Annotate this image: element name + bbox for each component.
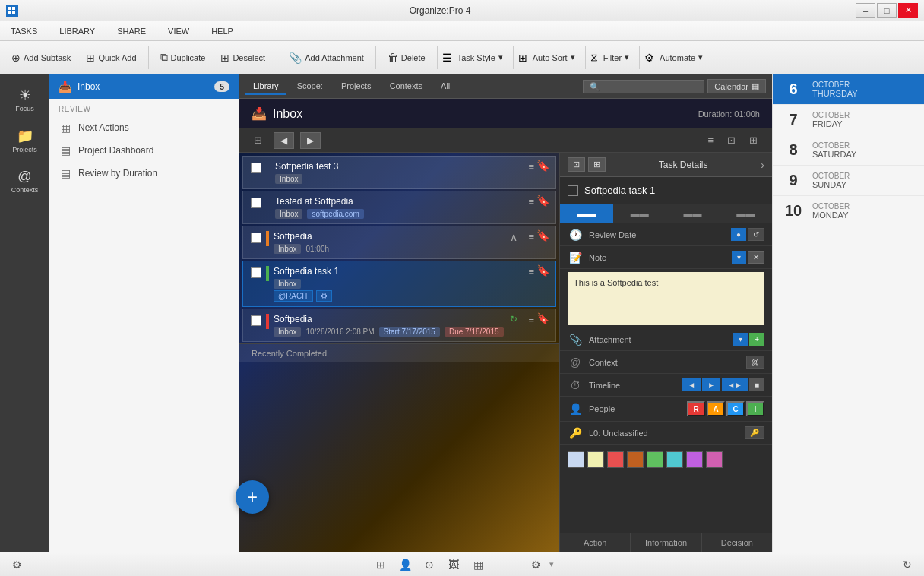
task-item[interactable]: Softpedia Inbox 01:00h 🔖 ≡ ∧ <box>242 226 556 259</box>
note-area[interactable]: This is a Softpedia test <box>568 272 764 325</box>
sidebar-next-actions[interactable]: ▦ Next Actions <box>49 116 239 139</box>
detail-next-button[interactable]: › <box>761 159 764 171</box>
task-checkbox[interactable] <box>251 315 261 326</box>
deselect-button[interactable]: ⊞ Deselect <box>214 45 272 71</box>
sidebar-left-projects[interactable]: 📁 Projects <box>0 122 49 160</box>
fab-add-button[interactable]: + <box>236 480 269 514</box>
settings-button[interactable]: ⚙ <box>6 555 27 574</box>
bookmark-icon[interactable]: 🔖 <box>536 160 549 172</box>
detail-tab-decision[interactable]: Decision <box>702 533 772 552</box>
view-button-4[interactable]: 🖼 <box>443 555 464 574</box>
detail-view-button[interactable]: ⊡ <box>722 131 741 149</box>
calendar-day-6[interactable]: 6 OCTOBER THURSDAY <box>773 74 924 105</box>
calendar-day-7[interactable]: 7 OCTOBER FRIDAY <box>773 105 924 135</box>
calendar-button[interactable]: Calendar ▦ <box>707 79 766 93</box>
task-checkbox[interactable] <box>251 198 261 208</box>
sidebar-review-by-duration[interactable]: ▤ Review by Duration <box>49 162 239 185</box>
review-date-set-btn[interactable]: ● <box>731 228 746 241</box>
tab-library[interactable]: Library <box>245 78 286 95</box>
color-swatch-pink[interactable] <box>706 451 723 468</box>
task-style-button[interactable]: Task Style ▾ <box>452 45 508 71</box>
view-button-1[interactable]: ⊞ <box>370 555 391 574</box>
view-button-3[interactable]: ⊙ <box>419 555 440 574</box>
view-button-5[interactable]: ▦ <box>467 555 489 574</box>
tab-scope[interactable]: Scope: <box>290 78 331 95</box>
sidebar-left-contexts[interactable]: @ Contexts <box>0 163 49 200</box>
menu-tasks[interactable]: TASKS <box>0 21 49 40</box>
task-checkbox[interactable] <box>251 163 261 173</box>
calendar-day-10[interactable]: 10 OCTOBER MONDAY <box>773 196 924 226</box>
settings-dropdown[interactable]: ▾ <box>549 559 554 569</box>
automate-dropdown[interactable]: ⚙ Automate ▾ <box>644 45 708 71</box>
settings2-button[interactable]: ⚙ <box>525 555 546 574</box>
prev-button[interactable]: ◀ <box>274 132 294 149</box>
task-menu-icon[interactable]: ≡ <box>528 314 534 325</box>
list-view-button[interactable]: ≡ <box>702 131 719 149</box>
task-menu-icon[interactable]: ≡ <box>528 266 534 277</box>
menu-share[interactable]: SHARE <box>106 21 157 40</box>
raci-a-btn[interactable]: A <box>707 401 725 416</box>
duplicate-button[interactable]: ⧉ Duplicate <box>153 45 213 71</box>
maximize-button[interactable]: □ <box>877 3 897 18</box>
sync-icon[interactable]: ↻ <box>510 314 517 324</box>
timeline-btn-1[interactable]: ◄ <box>682 378 701 391</box>
color-swatch-yellow[interactable] <box>587 451 604 468</box>
color-swatch-orange[interactable] <box>627 451 644 468</box>
timeline-btn-2[interactable]: ► <box>702 378 720 391</box>
sidebar-project-dashboard[interactable]: ▤ Project Dashboard <box>49 139 239 162</box>
classification-key-btn[interactable]: 🔑 <box>745 426 764 439</box>
detail-tab-2[interactable]: ▬▬ <box>613 204 666 223</box>
raci-r-btn[interactable]: R <box>687 401 705 416</box>
refresh-button[interactable]: ↻ <box>897 555 918 574</box>
tab-contexts[interactable]: Contexts <box>382 78 430 95</box>
note-close-btn[interactable]: ✕ <box>748 251 764 264</box>
filter-dropdown[interactable]: ⧖ Filter ▾ <box>590 45 634 71</box>
detail-tab-4[interactable]: ▬▬ <box>719 204 772 223</box>
detail-tab-1[interactable]: ▬▬ <box>560 204 613 223</box>
auto-sort-button[interactable]: Auto Sort ▾ <box>527 45 581 71</box>
review-date-refresh-btn[interactable]: ↺ <box>748 228 764 241</box>
task-item[interactable]: Tested at Softpedia Inbox softpedia.com … <box>242 191 556 224</box>
menu-help[interactable]: HELP <box>201 21 245 40</box>
sidebar-inbox[interactable]: 📥 Inbox 5 <box>49 74 239 99</box>
bookmark-icon[interactable]: 🔖 <box>536 229 549 242</box>
raci-c-btn[interactable]: C <box>726 401 745 416</box>
color-swatch-teal[interactable] <box>666 451 683 468</box>
search-input[interactable] <box>583 80 704 93</box>
task-item[interactable]: Softpedia task 1 Inbox @RACIT ⚙ 🔖 ≡ <box>242 261 556 307</box>
automate-button[interactable]: Automate ▾ <box>654 45 708 71</box>
task-checkbox[interactable] <box>251 233 261 243</box>
task-menu-icon[interactable]: ≡ <box>528 196 534 207</box>
raci-i-btn[interactable]: I <box>746 401 764 416</box>
task-item[interactable]: Softpedia test 3 Inbox 🔖 ≡ <box>242 156 556 189</box>
task-item[interactable]: Softpedia Inbox 10/28/2016 2:08 PM Start… <box>242 309 556 342</box>
close-button[interactable]: ✕ <box>898 3 918 18</box>
menu-view[interactable]: VIEW <box>157 21 201 40</box>
next-button[interactable]: ▶ <box>300 132 321 149</box>
detail-tab-information[interactable]: Information <box>631 533 701 552</box>
bookmark-icon[interactable]: 🔖 <box>536 195 549 207</box>
color-swatch-blue[interactable] <box>568 451 584 468</box>
timeline-btn-3[interactable]: ◄► <box>722 378 748 391</box>
view-button-2[interactable]: 👤 <box>394 555 416 574</box>
color-swatch-green[interactable] <box>647 451 663 468</box>
calendar-day-9[interactable]: 9 OCTOBER SUNDAY <box>773 166 924 196</box>
add-attachment-button[interactable]: 📎 Add Attachment <box>282 45 371 71</box>
attachment-add-btn[interactable]: + <box>749 333 764 346</box>
task-detail-checkbox[interactable] <box>568 185 578 196</box>
auto-sort-dropdown[interactable]: ⊞ Auto Sort ▾ <box>518 45 581 71</box>
minimize-button[interactable]: – <box>856 3 875 18</box>
expand-view-button[interactable]: ⊞ <box>744 131 763 149</box>
detail-tab-action[interactable]: Action <box>560 533 631 552</box>
task-checkbox[interactable] <box>251 267 261 278</box>
filter-button[interactable]: Filter ▾ <box>598 45 634 71</box>
attachment-dropdown-btn[interactable]: ▾ <box>733 333 748 346</box>
menu-library[interactable]: LIBRARY <box>49 21 106 40</box>
collapse-icon[interactable]: ∧ <box>510 231 517 243</box>
bookmark-icon[interactable]: 🔖 <box>536 312 549 324</box>
timeline-btn-4[interactable]: ■ <box>749 378 764 391</box>
color-swatch-purple[interactable] <box>686 451 703 468</box>
tab-all[interactable]: All <box>433 78 457 95</box>
detail-split-toggle[interactable]: ⊞ <box>588 157 606 172</box>
calendar-day-8[interactable]: 8 OCTOBER SATURDAY <box>773 135 924 166</box>
